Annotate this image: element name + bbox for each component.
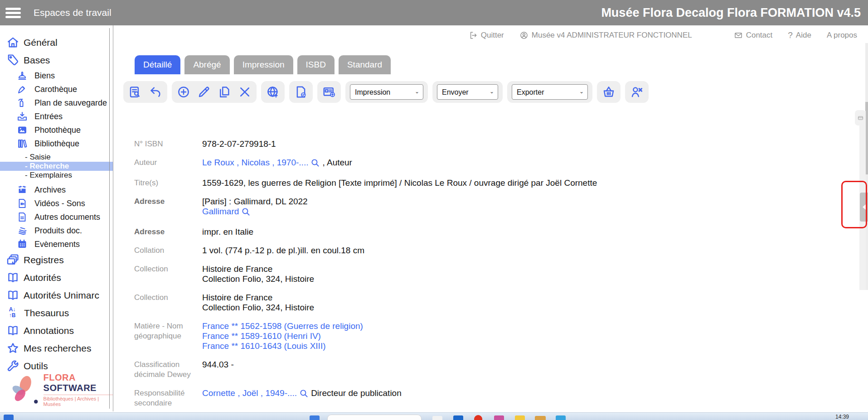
taskbar-icon[interactable]	[515, 415, 525, 420]
tab-standard[interactable]: Standard	[339, 55, 391, 74]
sidebar-scrollbar[interactable]	[109, 28, 112, 409]
add-button[interactable]	[177, 85, 190, 99]
taskbar-search-box[interactable]	[327, 415, 422, 420]
books-icon	[17, 138, 28, 149]
subject-link[interactable]: France ** 1610-1643 (Louis XIII)	[202, 341, 326, 351]
publisher-link[interactable]: Gallimard	[202, 207, 239, 216]
delete-button[interactable]	[238, 85, 252, 99]
document-icon	[17, 212, 28, 222]
author-link[interactable]: Le Roux , Nicolas , 1970-....	[202, 158, 308, 167]
sidebar-item-thesaurus[interactable]: A↓ ↑B Thesaurus	[0, 304, 113, 322]
sidebar-item-annotations[interactable]: Annotations	[0, 322, 113, 339]
registers-icon	[6, 253, 19, 266]
sidebar-item-evenements[interactable]: Evènements	[0, 237, 113, 251]
sidebar-item-saisie[interactable]: - Saisie	[0, 153, 113, 162]
sidebar-item-autorites-unimarc[interactable]: Autorités Unimarc	[0, 286, 113, 304]
extinguisher-icon	[17, 97, 28, 108]
impression-dropdown-group: Impression ⌄	[345, 81, 428, 103]
flora-app-window: Espaces de travail Musée Flora Decalog F…	[0, 0, 868, 420]
envoyer-select[interactable]: Envoyer	[437, 84, 498, 100]
windows-start-icon[interactable]	[310, 415, 320, 420]
stack-icon	[17, 225, 28, 236]
calendar-icon	[17, 239, 28, 250]
card-add-button[interactable]	[322, 85, 336, 99]
taskbar-icon[interactable]	[453, 415, 463, 420]
current-user[interactable]: Musée v4 ADMINISTRATEUR FONCTIONNEL	[519, 31, 692, 40]
workspace-label[interactable]: Espaces de travail	[34, 7, 112, 18]
sidebar-item-autorites[interactable]: Autorités	[0, 269, 113, 286]
field-responsabilite: Responsabilité secondaire Cornette , Joë…	[134, 388, 827, 408]
exporter-dropdown-group: Exporter ⌄	[507, 81, 592, 103]
sidebar-item-produits-doc[interactable]: Produits doc.	[0, 224, 113, 237]
hamburger-menu-icon[interactable]	[5, 6, 21, 20]
sidebar-item-bases[interactable]: Bases	[0, 51, 113, 69]
red-highlight-annotation	[841, 181, 867, 228]
contact-link[interactable]: Contact	[734, 31, 773, 40]
sidebar-item-exemplaires[interactable]: - Exemplaires	[0, 171, 113, 180]
flora-flower-icon	[8, 369, 40, 410]
subject-link[interactable]: France ** 1589-1610 (Henri IV)	[202, 331, 321, 341]
impression-select[interactable]: Impression	[350, 84, 423, 100]
aide-link[interactable]: ? Aide	[788, 30, 811, 40]
taskbar-icon[interactable]	[432, 416, 442, 420]
copy-button[interactable]	[218, 85, 231, 99]
sidebar-item-phototheque[interactable]: Photothèque	[0, 123, 113, 137]
envoyer-dropdown-group: Envoyer ⌄	[432, 81, 503, 103]
field-titres: Titre(s) 1559-1629, les guerres de Relig…	[134, 178, 827, 188]
exporter-select[interactable]: Exporter	[512, 84, 588, 100]
taskbar-icon[interactable]	[494, 415, 504, 420]
remove-user-button[interactable]	[630, 85, 644, 99]
subject-link[interactable]: France ** 1562-1598 (Guerres de religion…	[202, 321, 363, 331]
field-isbn: N° ISBN 978-2-07-279918-1	[134, 139, 827, 149]
logo-wordmark: FLORA SOFTWARE	[44, 372, 113, 393]
sidebar-item-general[interactable]: Général	[0, 34, 113, 51]
sidebar-item-carotheque[interactable]: Carothèque	[0, 82, 113, 96]
open-book-icon	[6, 271, 19, 284]
field-adresse-2: Adresse impr. en Italie	[134, 227, 827, 237]
sidebar-item-autres-documents[interactable]: Autres documents	[0, 210, 113, 224]
edit-button[interactable]	[197, 85, 211, 99]
taskbar-folder-icon[interactable]	[535, 416, 546, 420]
apropos-link[interactable]: A propos	[827, 31, 857, 40]
search-icon[interactable]	[300, 389, 308, 400]
taskbar-app-icon[interactable]	[4, 415, 14, 420]
tag-icon	[6, 53, 19, 67]
open-book-icon	[6, 289, 19, 302]
tab-impression[interactable]: Impression	[234, 55, 293, 74]
flora-software-logo: FLORA SOFTWARE Bibliothèques | Archives …	[8, 369, 113, 410]
sidebar-item-mes-recherches[interactable]: Mes recherches	[0, 339, 113, 357]
sidebar-item-plan-de-sauvegarde[interactable]: Plan de sauvegarde	[0, 96, 113, 110]
list-search-button[interactable]	[128, 85, 142, 99]
sidebar-item-biens[interactable]: Biens	[0, 69, 113, 82]
sidebar-item-videos-sons[interactable]: Vidéos - Sons	[0, 197, 113, 210]
sidebar-item-archives[interactable]: Archives	[0, 183, 113, 197]
publish-web-button[interactable]	[266, 85, 280, 99]
field-auteur: Auteur Le Roux , Nicolas , 1970-...., Au…	[134, 158, 827, 169]
taskbar-clock[interactable]: 14:39	[835, 414, 849, 420]
view-tabs: Détaillé Abrégé Impression ISBD Standard	[135, 55, 391, 74]
basket-button[interactable]	[602, 85, 616, 99]
tab-detaille[interactable]: Détaillé	[135, 55, 180, 74]
open-box-icon	[17, 184, 28, 195]
thesaurus-icon: A↓ ↑B	[6, 307, 18, 319]
page-check-button[interactable]	[294, 85, 308, 99]
sidebar-item-entrees[interactable]: Entrées	[0, 110, 113, 123]
sidebar-item-bibliotheque[interactable]: Bibliothèque	[0, 137, 113, 150]
back-button[interactable]	[149, 85, 162, 99]
session-header: Quitter Musée v4 ADMINISTRATEUR FONCTION…	[113, 25, 863, 45]
side-panel-handle[interactable]	[855, 110, 866, 126]
search-icon[interactable]	[311, 159, 320, 169]
tab-abrege[interactable]: Abrégé	[184, 55, 229, 74]
secondary-author-link[interactable]: Cornette , Joël , 1949-....	[202, 388, 297, 398]
quitter-link[interactable]: Quitter	[469, 31, 504, 40]
stamp-icon	[17, 70, 28, 81]
tab-isbd[interactable]: ISBD	[297, 55, 335, 74]
sidebar-item-recherche[interactable]: - Recherche	[0, 162, 113, 171]
sidebar-item-registres[interactable]: Registres	[0, 251, 113, 269]
search-icon[interactable]	[242, 208, 250, 218]
app-title: Musée Flora Decalog Flora FORMATION v4.5	[601, 6, 868, 20]
taskbar-icon[interactable]	[556, 415, 566, 420]
taskbar-icon-badge[interactable]	[474, 415, 482, 420]
inbox-download-icon	[17, 111, 28, 122]
field-collation: Collation 1 vol. (774 p.-12 p. de pl.)il…	[134, 246, 827, 256]
